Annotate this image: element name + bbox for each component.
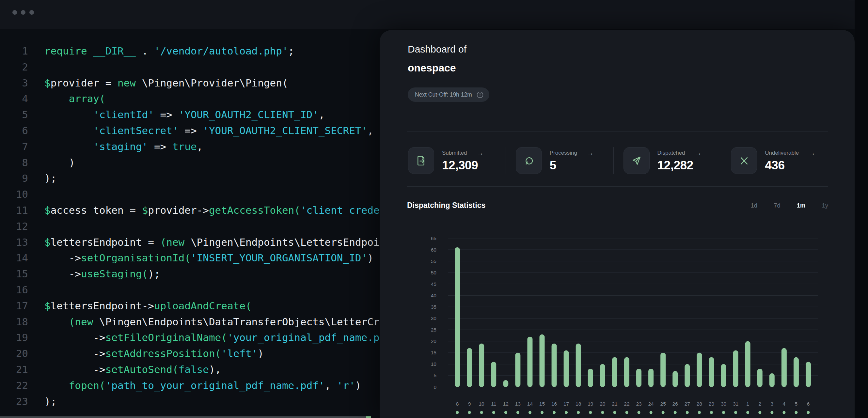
send-icon bbox=[630, 155, 643, 167]
line-number: 11 bbox=[10, 202, 28, 218]
code-text: fopen('path_to_your_original_pdf_name.pd… bbox=[44, 378, 361, 393]
range-button-1m[interactable]: 1m bbox=[797, 202, 806, 209]
x-tick-label: 10 bbox=[479, 401, 485, 407]
x-tick-label: 9 bbox=[468, 401, 471, 407]
stat-submitted[interactable]: Submitted→12,309 bbox=[408, 147, 506, 174]
bar-day-19[interactable] bbox=[588, 369, 593, 387]
bar-day-29[interactable] bbox=[709, 357, 714, 387]
line-number: 8 bbox=[10, 155, 28, 171]
code-text: ->setOrganisationId('INSERT_YOUR_ORGANIS… bbox=[44, 250, 373, 266]
x-tick-label: 31 bbox=[733, 401, 738, 407]
day-status-dot bbox=[722, 411, 725, 414]
bar-day-24[interactable] bbox=[648, 369, 654, 387]
bar-day-1[interactable] bbox=[745, 341, 750, 387]
bar-day-6[interactable] bbox=[806, 362, 811, 387]
bar-day-20[interactable] bbox=[600, 364, 605, 387]
bar-day-2[interactable] bbox=[757, 369, 763, 387]
x-tick-label: 2 bbox=[758, 401, 761, 407]
bar-day-31[interactable] bbox=[733, 350, 738, 387]
day-status-dot bbox=[686, 411, 689, 414]
dashboard-panel: Dashboard of onespace Next Cut-Off: 19h … bbox=[380, 30, 855, 418]
line-number: 18 bbox=[10, 314, 28, 330]
bar-day-13[interactable] bbox=[515, 353, 520, 387]
info-icon[interactable] bbox=[476, 91, 484, 98]
code-text: 'staging' => true, bbox=[44, 139, 203, 155]
range-button-1d[interactable]: 1d bbox=[751, 202, 758, 209]
bar-day-28[interactable] bbox=[696, 353, 702, 387]
stat-undeliverable[interactable]: Undeliverable→436 bbox=[721, 147, 829, 174]
day-status-dot bbox=[456, 411, 459, 414]
video-progress-bar[interactable] bbox=[0, 416, 371, 418]
day-status-dot bbox=[492, 411, 495, 414]
bar-day-5[interactable] bbox=[794, 357, 799, 387]
stat-processing[interactable]: Processing→5 bbox=[506, 147, 613, 174]
x-tick-label: 8 bbox=[456, 401, 459, 407]
code-text bbox=[44, 59, 51, 75]
bar-day-8[interactable] bbox=[455, 247, 460, 387]
x-tick-label: 24 bbox=[648, 401, 654, 407]
bar-day-30[interactable] bbox=[721, 364, 726, 387]
code-text bbox=[44, 186, 51, 202]
bar-day-3[interactable] bbox=[769, 373, 775, 387]
range-button-7d[interactable]: 7d bbox=[774, 202, 780, 209]
stat-dispatched[interactable]: Dispatched→12,282 bbox=[613, 147, 721, 174]
line-number: 23 bbox=[10, 393, 28, 410]
stat-label: Undeliverable bbox=[765, 150, 799, 156]
bar-day-14[interactable] bbox=[527, 337, 532, 387]
code-text: ); bbox=[44, 393, 57, 410]
stat-value: 12,309 bbox=[442, 159, 484, 172]
x-tick-label: 12 bbox=[503, 401, 508, 407]
chart-title: Dispatching Statistics bbox=[407, 201, 486, 210]
x-tick-label: 13 bbox=[515, 401, 521, 407]
bar-day-11[interactable] bbox=[491, 362, 496, 387]
day-status-dot bbox=[662, 411, 664, 414]
bar-day-16[interactable] bbox=[552, 344, 557, 387]
day-status-dot bbox=[650, 411, 653, 414]
window-dot-icon bbox=[21, 10, 26, 15]
code-text bbox=[44, 282, 51, 298]
y-tick-label: 55 bbox=[431, 258, 436, 264]
divider bbox=[407, 186, 828, 187]
stat-label: Processing bbox=[550, 150, 577, 156]
range-button-1y[interactable]: 1y bbox=[822, 202, 828, 209]
cutoff-badge[interactable]: Next Cut-Off: 19h 12m bbox=[408, 88, 489, 102]
progress-handle[interactable] bbox=[366, 416, 371, 418]
x-tick-label: 26 bbox=[673, 401, 678, 407]
window-dot-icon bbox=[29, 10, 34, 15]
bar-day-26[interactable] bbox=[673, 371, 678, 387]
bar-day-18[interactable] bbox=[576, 344, 581, 387]
y-tick-label: 35 bbox=[431, 304, 436, 310]
bar-day-4[interactable] bbox=[781, 348, 787, 387]
range-selector: 1d7d1m1y bbox=[751, 202, 828, 209]
bar-day-27[interactable] bbox=[685, 364, 690, 387]
day-status-dot bbox=[625, 411, 628, 414]
x-tick-label: 30 bbox=[721, 401, 727, 407]
x-tick-label: 1 bbox=[746, 401, 749, 407]
arrow-right-icon: → bbox=[809, 149, 815, 157]
bar-day-17[interactable] bbox=[564, 350, 569, 387]
y-tick-label: 40 bbox=[431, 293, 437, 298]
bar-day-10[interactable] bbox=[479, 344, 484, 387]
line-number: 22 bbox=[10, 378, 28, 393]
day-status-dot bbox=[674, 411, 677, 414]
bar-day-23[interactable] bbox=[636, 369, 642, 387]
day-status-dot bbox=[589, 411, 592, 414]
x-tick-label: 20 bbox=[600, 401, 606, 407]
bar-day-21[interactable] bbox=[612, 357, 617, 387]
bar-day-25[interactable] bbox=[660, 353, 665, 387]
y-tick-label: 10 bbox=[431, 361, 437, 367]
y-tick-label: 45 bbox=[431, 281, 436, 287]
bar-day-15[interactable] bbox=[539, 334, 545, 387]
x-tick-label: 6 bbox=[807, 401, 810, 407]
dispatching-chart[interactable]: 0510152025303540455055606589101112131415… bbox=[380, 226, 855, 418]
bar-day-9[interactable] bbox=[467, 348, 472, 387]
bar-day-22[interactable] bbox=[624, 357, 629, 387]
day-status-dot bbox=[795, 411, 798, 414]
day-status-dot bbox=[601, 411, 604, 414]
day-status-dot bbox=[638, 411, 641, 414]
line-number: 13 bbox=[10, 234, 28, 250]
code-text: 'clientId' => 'YOUR_OAUTH2_CLIENT_ID', bbox=[44, 107, 325, 123]
y-tick-label: 20 bbox=[431, 339, 437, 344]
bar-day-12[interactable] bbox=[503, 380, 508, 387]
stat-icon-tile bbox=[516, 147, 542, 174]
